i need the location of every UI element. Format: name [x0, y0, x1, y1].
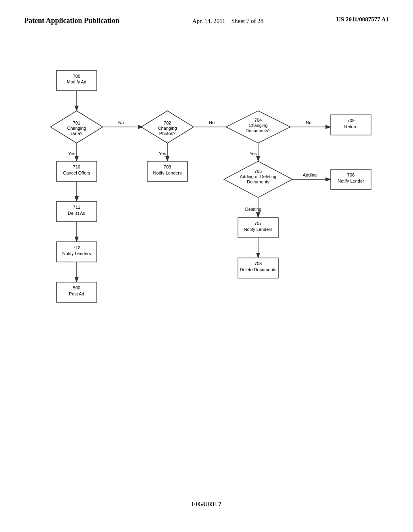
svg-text:Post Ad: Post Ad — [69, 291, 84, 296]
svg-text:Changing: Changing — [158, 126, 177, 131]
svg-text:No: No — [306, 120, 311, 125]
patent-number: US 2011/0087577 A1 — [336, 16, 389, 23]
svg-text:Changing: Changing — [248, 123, 267, 128]
svg-text:Deleting: Deleting — [245, 207, 261, 212]
svg-text:700: 700 — [73, 74, 80, 79]
svg-text:Photos?: Photos? — [159, 131, 175, 136]
svg-text:706: 706 — [347, 172, 355, 177]
figure-label: FIGURE 7 — [0, 501, 413, 508]
svg-text:Return: Return — [344, 124, 357, 129]
svg-text:712: 712 — [73, 245, 80, 250]
svg-text:Notify Lenders: Notify Lenders — [63, 251, 91, 256]
svg-text:Delete Documents: Delete Documents — [240, 267, 277, 272]
svg-text:711: 711 — [73, 205, 80, 210]
svg-text:Documents: Documents — [247, 179, 269, 184]
svg-text:Delist Ad: Delist Ad — [68, 211, 85, 216]
svg-text:Changing: Changing — [67, 126, 86, 131]
svg-text:Adding: Adding — [303, 172, 317, 177]
svg-text:No: No — [209, 120, 215, 125]
flowchart-diagram: 700 Modify Ad 701 Changing Data? No Yes … — [24, 56, 387, 500]
svg-text:Yes: Yes — [250, 151, 257, 156]
svg-text:709: 709 — [347, 118, 355, 123]
svg-text:Modify Ad: Modify Ad — [67, 79, 86, 84]
flowchart-svg: 700 Modify Ad 701 Changing Data? No Yes … — [24, 56, 387, 500]
svg-text:702: 702 — [164, 121, 171, 125]
svg-text:Documents?: Documents? — [246, 128, 271, 133]
svg-text:708: 708 — [254, 261, 262, 266]
svg-text:Yes: Yes — [68, 151, 75, 156]
svg-text:Cancel Offers: Cancel Offers — [63, 170, 90, 175]
svg-text:704: 704 — [254, 118, 262, 123]
page-header: Patent Application Publication Apr. 14, … — [0, 0, 413, 26]
svg-text:Notify Lenders: Notify Lenders — [244, 227, 273, 232]
header-date-sheet: Apr. 14, 2011 Sheet 7 of 28 — [192, 16, 264, 26]
svg-text:703: 703 — [164, 164, 171, 169]
svg-text:500: 500 — [73, 285, 80, 290]
svg-text:Yes: Yes — [159, 151, 166, 156]
svg-text:705: 705 — [254, 169, 262, 174]
svg-text:701: 701 — [73, 121, 80, 125]
publication-title: Patent Application Publication — [24, 16, 119, 25]
svg-text:710: 710 — [73, 164, 80, 169]
svg-text:No: No — [118, 120, 124, 125]
svg-text:Data?: Data? — [71, 131, 82, 136]
svg-text:707: 707 — [254, 221, 262, 226]
svg-text:Notify Lender: Notify Lender — [338, 179, 364, 183]
svg-text:Notify Lenders: Notify Lenders — [153, 170, 182, 175]
svg-text:Adding or Deleting: Adding or Deleting — [240, 174, 277, 179]
